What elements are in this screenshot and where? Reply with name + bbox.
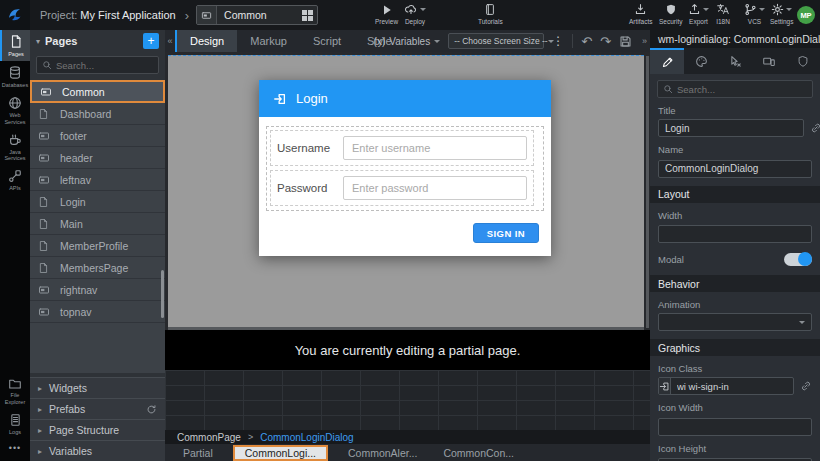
refresh-icon[interactable] bbox=[146, 404, 157, 415]
download-icon bbox=[634, 2, 647, 16]
export-button[interactable]: Export bbox=[688, 2, 709, 25]
section-widgets[interactable]: ▸ Widgets bbox=[30, 377, 165, 398]
topbar: Project: My First Application › Common P… bbox=[0, 0, 820, 30]
rail-item-pages[interactable]: Pages bbox=[0, 30, 30, 61]
section-behavior: Behavior bbox=[650, 275, 820, 292]
tutorials-button[interactable]: Tutorials bbox=[478, 2, 503, 25]
sign-in-button[interactable]: SIGN IN bbox=[473, 223, 539, 243]
pages-icon bbox=[9, 34, 23, 49]
password-input[interactable] bbox=[343, 176, 527, 200]
icon-class-input[interactable] bbox=[671, 378, 794, 394]
tab-security[interactable] bbox=[786, 48, 820, 74]
deploy-button[interactable]: Deploy bbox=[404, 2, 426, 25]
chevron-right-icon: › bbox=[185, 8, 189, 23]
variables-button[interactable]: (x) Variables bbox=[374, 36, 441, 47]
tab-properties[interactable] bbox=[650, 48, 684, 74]
tab-devices[interactable] bbox=[752, 48, 786, 74]
username-row[interactable]: Username bbox=[270, 130, 534, 166]
branch-icon bbox=[744, 2, 765, 16]
collapse-left-panel-button[interactable]: « bbox=[165, 30, 175, 52]
bottom-tab-commonlogindialog[interactable]: CommonLogi... bbox=[233, 445, 328, 461]
tab-events[interactable] bbox=[718, 48, 752, 74]
page-item-leftnav[interactable]: leftnav bbox=[30, 169, 165, 191]
page-item-header[interactable]: header bbox=[30, 147, 165, 169]
collapse-right-panel-button[interactable]: » bbox=[642, 36, 647, 46]
page-item-footer[interactable]: footer bbox=[30, 125, 165, 147]
partial-icon bbox=[38, 306, 52, 318]
name-input[interactable] bbox=[658, 160, 812, 178]
screen-size-select[interactable]: -- Choose Screen Size -- bbox=[448, 33, 544, 49]
tab-design[interactable]: Design bbox=[175, 30, 237, 52]
bind-link-icon[interactable] bbox=[810, 122, 820, 134]
pages-search-input[interactable] bbox=[56, 60, 153, 71]
redo-button[interactable]: ↷ bbox=[600, 35, 611, 48]
design-canvas[interactable]: Login Username Password SIGN IN bbox=[165, 52, 650, 330]
sign-in-icon bbox=[273, 92, 287, 106]
rail-item-databases[interactable]: Databases bbox=[0, 61, 30, 92]
tab-styles[interactable] bbox=[684, 48, 718, 74]
pages-list-scrollbar[interactable] bbox=[161, 270, 164, 318]
dialog-title: Login bbox=[296, 91, 328, 106]
section-prefabs[interactable]: ▸ Prefabs bbox=[30, 398, 165, 419]
modal-label: Modal bbox=[658, 254, 684, 265]
page-item-dashboard[interactable]: Dashboard bbox=[30, 103, 165, 125]
breadcrumb-commonlogindialog[interactable]: CommonLoginDialog bbox=[260, 432, 353, 443]
pages-panel: ▾ Pages + Common Dashboard footer header… bbox=[30, 30, 165, 461]
upload-icon bbox=[688, 2, 709, 16]
tab-script[interactable]: Script bbox=[300, 30, 354, 52]
pages-search[interactable] bbox=[36, 56, 159, 74]
settings-button[interactable]: Settings bbox=[770, 2, 794, 25]
page-item-main[interactable]: Main bbox=[30, 213, 165, 235]
width-input[interactable] bbox=[658, 225, 812, 243]
user-avatar[interactable]: MP bbox=[797, 6, 815, 24]
save-button[interactable] bbox=[619, 35, 632, 48]
page-selector[interactable]: Common bbox=[196, 5, 318, 25]
undo-button[interactable]: ↶ bbox=[581, 35, 592, 48]
vcs-button[interactable]: VCS bbox=[744, 2, 765, 25]
modal-toggle[interactable] bbox=[784, 253, 812, 266]
page-item-memberprofile[interactable]: MemberProfile bbox=[30, 235, 165, 257]
editor-area: « Design Markup Script Style (x) Variabl… bbox=[165, 30, 650, 461]
page-item-memberspage[interactable]: MembersPage bbox=[30, 257, 165, 279]
page-icon bbox=[38, 108, 52, 120]
login-dialog[interactable]: Login Username Password SIGN IN bbox=[259, 80, 551, 256]
login-form-container[interactable]: Username Password bbox=[266, 126, 544, 211]
security-button[interactable]: Security bbox=[659, 2, 682, 25]
rail-item-apis[interactable]: APIs bbox=[0, 165, 30, 195]
bind-link-icon[interactable] bbox=[800, 380, 812, 392]
username-input[interactable] bbox=[343, 136, 527, 160]
pages-panel-header[interactable]: ▾ Pages + bbox=[30, 30, 165, 52]
app-logo-icon[interactable] bbox=[0, 0, 30, 30]
bottom-tab-partial[interactable]: Partial bbox=[177, 446, 219, 460]
rail-item-logs[interactable]: Logs bbox=[0, 409, 30, 439]
section-variables[interactable]: ▸ Variables bbox=[30, 440, 165, 461]
rail-overflow-button[interactable]: ••• bbox=[0, 439, 30, 457]
grid-icon[interactable] bbox=[297, 10, 317, 21]
more-menu-button[interactable]: ⋮ bbox=[552, 34, 564, 48]
password-row[interactable]: Password bbox=[270, 170, 534, 206]
bottom-tab-commonalertdialog[interactable]: CommonAler... bbox=[342, 446, 423, 460]
icon-width-input[interactable] bbox=[658, 418, 812, 436]
rail-item-web-services[interactable]: Web Services bbox=[0, 92, 30, 129]
artifacts-button[interactable]: Artifacts bbox=[629, 2, 652, 25]
title-input[interactable] bbox=[658, 119, 804, 137]
rail-item-java-services[interactable]: Java Services bbox=[0, 129, 30, 166]
breadcrumb-commonpage[interactable]: CommonPage bbox=[177, 432, 241, 443]
section-page-structure[interactable]: ▸ Page Structure bbox=[30, 419, 165, 440]
page-item-topnav[interactable]: topnav bbox=[30, 301, 165, 323]
bottom-tab-commonconfirmdialog[interactable]: CommonCon... bbox=[437, 446, 520, 460]
add-page-button[interactable]: + bbox=[143, 33, 159, 49]
page-item-rightnav[interactable]: rightnav bbox=[30, 279, 165, 301]
animation-select[interactable] bbox=[658, 313, 812, 331]
preview-button[interactable]: Preview bbox=[375, 2, 398, 25]
page-item-login[interactable]: Login bbox=[30, 191, 165, 213]
tab-markup[interactable]: Markup bbox=[237, 30, 300, 52]
i18n-button[interactable]: I18N bbox=[716, 2, 730, 25]
properties-search[interactable] bbox=[657, 80, 813, 98]
rail-item-file-explorer[interactable]: File Explorer bbox=[0, 373, 30, 409]
canvas-vertical-scrollbar[interactable] bbox=[646, 56, 649, 328]
page-item-common[interactable]: Common bbox=[30, 80, 165, 103]
properties-search-input[interactable] bbox=[677, 84, 807, 95]
devices-icon bbox=[762, 55, 776, 68]
palette-icon bbox=[695, 55, 708, 68]
